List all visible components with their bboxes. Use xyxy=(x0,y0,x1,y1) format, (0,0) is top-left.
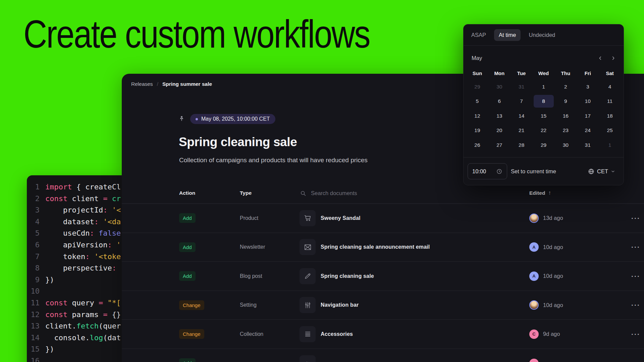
calendar-day[interactable]: 29 xyxy=(533,138,555,153)
type-cell: Blog post xyxy=(240,273,300,279)
calendar-day[interactable]: 5 xyxy=(466,94,488,109)
column-header-edited[interactable]: Edited ↑ xyxy=(529,190,613,196)
weekday-label: Mon xyxy=(488,70,511,76)
calendar-day[interactable]: 20 xyxy=(488,123,511,138)
timezone-select[interactable]: CET xyxy=(588,168,615,175)
table-row[interactable]: ChangeSettingNavigation bar10d ago··· xyxy=(122,291,644,320)
row-menu-button[interactable]: ··· xyxy=(631,272,640,280)
calendar-day[interactable]: 31 xyxy=(511,79,533,94)
calendar-day[interactable]: 13 xyxy=(488,109,511,123)
tab-undecided[interactable]: Undecided xyxy=(529,29,555,41)
calendar-day[interactable]: 25 xyxy=(599,123,621,138)
schedule-date-badge[interactable]: May 08, 2025, 10:00:00 CET xyxy=(190,114,275,124)
calendar-day[interactable]: 17 xyxy=(577,109,599,123)
weekday-label: Wed xyxy=(533,70,555,76)
breadcrumb-separator: / xyxy=(157,81,158,87)
calendar-day[interactable]: 6 xyxy=(488,94,511,109)
calendar-weekday-row: SunMonTueWedThuFriSat xyxy=(464,70,624,76)
table-body: AddProductSweeny Sandal13d ago···AddNews… xyxy=(122,204,644,362)
document-title-cell[interactable]: Accessories xyxy=(321,331,529,337)
calendar-week: 567891011 xyxy=(464,94,624,109)
code-line: 6 apiVersion: ' xyxy=(27,239,127,251)
calendar-day[interactable]: 22 xyxy=(533,123,555,138)
document-title-cell[interactable]: Spring cleaning sale announcement email xyxy=(321,244,529,250)
set-current-time-button[interactable]: Set to current time xyxy=(511,168,556,175)
calendar-day[interactable]: 15 xyxy=(533,109,555,123)
calendar-day[interactable]: 11 xyxy=(599,94,621,109)
row-menu-button[interactable]: ··· xyxy=(631,330,640,338)
calendar-day[interactable]: 29 xyxy=(466,79,488,94)
time-input[interactable]: 10:00 xyxy=(468,163,507,179)
calendar-day[interactable]: 30 xyxy=(554,138,577,153)
calendar-day[interactable]: 19 xyxy=(466,123,488,138)
calendar-day[interactable]: 8 xyxy=(533,94,555,109)
calendar-day[interactable]: 30 xyxy=(488,79,511,94)
tab-at-time[interactable]: At time xyxy=(494,29,521,41)
next-month-button[interactable] xyxy=(609,54,618,62)
calendar-day[interactable]: 24 xyxy=(577,123,599,138)
type-cell: Collection xyxy=(240,331,300,337)
calendar-day[interactable]: 7 xyxy=(511,94,533,109)
edited-time: 10d ago xyxy=(543,302,563,308)
calendar-week: 12131415161718 xyxy=(464,109,624,123)
type-cell: Newsletter xyxy=(240,244,300,250)
sliders-icon xyxy=(300,297,316,313)
weekday-label: Thu xyxy=(554,70,577,76)
document-title-cell[interactable]: Spring cleaning sale xyxy=(321,273,529,279)
avatar xyxy=(529,300,539,310)
row-menu-button[interactable]: ··· xyxy=(631,301,640,309)
document-subtitle: Collection of campaigns and products tha… xyxy=(179,157,368,164)
breadcrumb-current: Spring summer sale xyxy=(162,81,212,87)
calendar-week: 2930311234 xyxy=(464,79,624,94)
code-line: 4 dataset: '<da xyxy=(27,216,127,228)
column-header-type[interactable]: Type xyxy=(240,190,300,196)
calendar-day[interactable]: 21 xyxy=(511,123,533,138)
document-title-cell[interactable]: Navigation bar xyxy=(321,302,529,308)
action-badge: Change xyxy=(179,329,204,339)
code-line: 10 xyxy=(27,286,127,297)
calendar-day[interactable]: 1 xyxy=(599,138,621,153)
row-menu-button[interactable]: ··· xyxy=(631,243,640,251)
calendar-day[interactable]: 1 xyxy=(533,79,555,94)
action-badge: Add xyxy=(179,242,196,252)
calendar-day[interactable]: 9 xyxy=(554,94,577,109)
calendar-day[interactable]: 27 xyxy=(488,138,511,153)
calendar-day[interactable]: 23 xyxy=(554,123,577,138)
code-lines: 1import { createCl2const client = cr3 pr… xyxy=(27,175,127,362)
document-title-cell[interactable]: Sweeny Sandal xyxy=(321,215,529,221)
action-badge: Add xyxy=(179,358,196,362)
timezone-label: CET xyxy=(597,168,608,175)
breadcrumb-releases[interactable]: Releases xyxy=(131,81,153,87)
code-line: 3 projectId: '< xyxy=(27,204,127,216)
calendar-day[interactable]: 4 xyxy=(599,79,621,94)
table-row[interactable]: Add··· xyxy=(122,349,644,362)
weekday-label: Sun xyxy=(466,70,488,76)
calendar-day[interactable]: 26 xyxy=(466,138,488,153)
calendar-day[interactable]: 16 xyxy=(554,109,577,123)
table-row[interactable]: AddProductSweeny Sandal13d ago··· xyxy=(122,204,644,233)
calendar-day[interactable]: 12 xyxy=(466,109,488,123)
calendar-day[interactable]: 31 xyxy=(577,138,599,153)
row-menu-button[interactable]: ··· xyxy=(631,214,640,222)
calendar-day[interactable]: 18 xyxy=(599,109,621,123)
code-line: 13client.fetch(quer xyxy=(27,320,127,332)
column-header-action[interactable]: Action xyxy=(179,190,240,196)
row-menu-button[interactable]: ··· xyxy=(631,359,640,362)
previous-month-button[interactable] xyxy=(596,54,604,62)
table-row[interactable]: AddBlog postSpring cleaning saleA10d ago… xyxy=(122,262,644,291)
weekday-label: Tue xyxy=(511,70,533,76)
table-row[interactable]: AddNewsletterSpring cleaning sale announ… xyxy=(122,233,644,262)
calendar-day[interactable]: 14 xyxy=(511,109,533,123)
pin-icon[interactable] xyxy=(178,115,185,123)
calendar-week: 2627282930311 xyxy=(464,138,624,153)
search-input[interactable] xyxy=(311,190,529,196)
weekday-label: Sat xyxy=(599,70,621,76)
calendar-day[interactable]: 2 xyxy=(554,79,577,94)
code-line: 8 perspective: xyxy=(27,262,127,274)
table-row[interactable]: ChangeCollectionAccessoriesC9d ago··· xyxy=(122,320,644,349)
code-editor-panel: 1import { createCl2const client = cr3 pr… xyxy=(27,175,127,362)
tab-asap[interactable]: ASAP xyxy=(471,29,486,41)
calendar-day[interactable]: 10 xyxy=(577,94,599,109)
calendar-day[interactable]: 28 xyxy=(511,138,533,153)
calendar-day[interactable]: 3 xyxy=(577,79,599,94)
